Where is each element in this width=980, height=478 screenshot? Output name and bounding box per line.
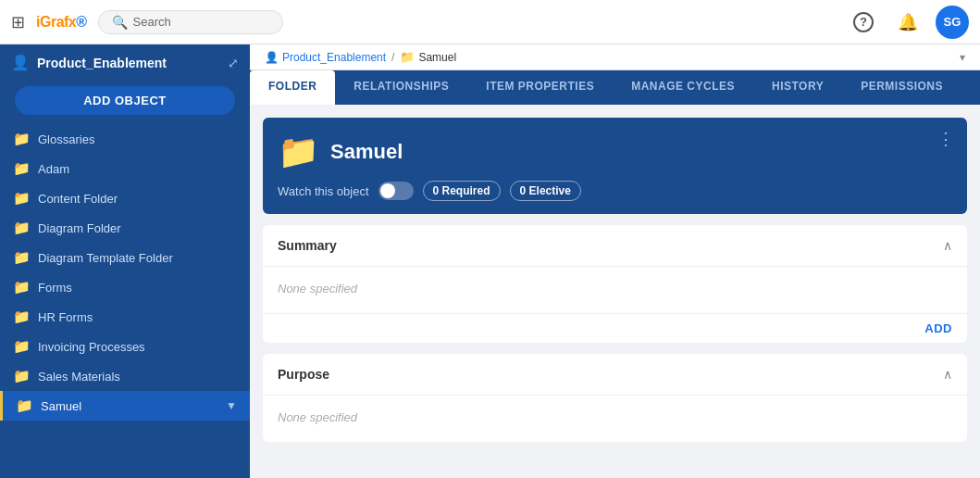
bell-icon: 🔔 xyxy=(898,12,918,32)
sidebar-item-label: Glossaries xyxy=(38,132,94,146)
folder-icon: 📁 xyxy=(13,190,31,207)
sidebar-item-forms[interactable]: 📁 Forms xyxy=(0,272,250,302)
workspace-icon: 👤 xyxy=(11,54,30,71)
sidebar-item-hr-forms[interactable]: 📁 HR Forms xyxy=(0,302,250,332)
sidebar: 👤 Product_Enablement ⤢ ADD OBJECT 📁 Glos… xyxy=(0,44,250,478)
summary-section-header: Summary ∧ xyxy=(263,225,967,267)
sidebar-header: 👤 Product_Enablement ⤢ xyxy=(0,44,250,81)
search-bar[interactable]: 🔍 Search xyxy=(98,10,283,34)
summary-title: Summary xyxy=(278,238,337,253)
search-placeholder: Search xyxy=(133,15,171,29)
folder-icon: 📁 xyxy=(13,220,31,236)
sidebar-item-diagram-folder[interactable]: 📁 Diagram Folder xyxy=(0,213,250,243)
purpose-section-header: Purpose ∧ xyxy=(263,354,967,396)
grid-icon[interactable]: ⊞ xyxy=(11,12,25,32)
folder-icon: 📁 xyxy=(13,368,31,384)
app-logo: iGrafx® xyxy=(36,14,87,31)
summary-collapse-icon[interactable]: ∧ xyxy=(943,238,952,253)
purpose-section: Purpose ∧ None specified xyxy=(263,354,967,442)
search-icon: 🔍 xyxy=(112,15,128,30)
summary-section: Summary ∧ None specified ADD xyxy=(263,225,967,343)
tab-permissions[interactable]: PERMISSIONS xyxy=(842,70,961,105)
sidebar-item-samuel[interactable]: 📁 Samuel ▼ xyxy=(0,391,250,421)
sidebar-items-list: 📁 Glossaries 📁 Adam 📁 Content Folder 📁 D… xyxy=(0,124,250,478)
folder-icon: 📁 xyxy=(13,131,31,147)
breadcrumb-expand-icon[interactable]: ▾ xyxy=(960,51,965,64)
object-header-top: 📁 Samuel xyxy=(278,132,952,171)
sidebar-item-label: Forms xyxy=(38,281,72,295)
summary-none-specified: None specified xyxy=(278,282,357,296)
breadcrumb-workspace[interactable]: 👤 Product_Enablement xyxy=(265,51,386,64)
main-layout: 👤 Product_Enablement ⤢ ADD OBJECT 📁 Glos… xyxy=(0,44,980,478)
workspace-icon-small: 👤 xyxy=(265,51,279,64)
summary-add-link[interactable]: ADD xyxy=(924,321,952,335)
tab-relationships[interactable]: RELATIONSHIPS xyxy=(335,70,467,105)
sidebar-item-diagram-template-folder[interactable]: 📁 Diagram Template Folder xyxy=(0,243,250,272)
folder-icon: 📁 xyxy=(13,338,31,355)
folder-icon: 📁 xyxy=(13,160,31,177)
tab-bar: FOLDER RELATIONSHIPS ITEM PROPERTIES MAN… xyxy=(250,70,980,105)
tab-item-properties[interactable]: ITEM PROPERTIES xyxy=(467,70,613,105)
elective-badge[interactable]: 0 Elective xyxy=(510,181,581,201)
sidebar-item-content-folder[interactable]: 📁 Content Folder xyxy=(0,183,250,213)
sidebar-item-label: HR Forms xyxy=(38,310,93,324)
object-header-bottom: Watch this object 0 Required 0 Elective xyxy=(278,181,952,201)
watch-toggle[interactable] xyxy=(378,182,414,200)
breadcrumb-current: 📁 Samuel xyxy=(400,50,456,64)
breadcrumb-separator: / xyxy=(391,51,394,64)
user-avatar[interactable]: SG xyxy=(936,6,969,39)
purpose-none-specified: None specified xyxy=(278,410,357,424)
help-button[interactable]: ? xyxy=(847,6,880,39)
folder-icon-breadcrumb: 📁 xyxy=(400,50,415,64)
content-body: ⋮ 📁 Samuel Watch this object 0 Required … xyxy=(250,105,980,478)
summary-body: None specified xyxy=(263,267,967,313)
sidebar-item-label: Adam xyxy=(38,162,69,176)
purpose-collapse-icon[interactable]: ∧ xyxy=(943,367,952,382)
sidebar-item-label: Invoicing Processes xyxy=(38,340,145,354)
watch-label: Watch this object xyxy=(278,184,369,198)
sidebar-item-label: Content Folder xyxy=(38,192,118,206)
sidebar-expand-icon[interactable]: ⤢ xyxy=(228,56,239,70)
content-area: 👤 Product_Enablement / 📁 Samuel ▾ FOLDER… xyxy=(250,44,980,478)
sidebar-title: Product_Enablement xyxy=(37,56,220,70)
more-options-icon[interactable]: ⋮ xyxy=(937,129,954,149)
folder-icon: 📁 xyxy=(13,249,31,266)
object-folder-icon: 📁 xyxy=(278,132,319,171)
required-badge[interactable]: 0 Required xyxy=(423,181,501,201)
sidebar-item-invoicing-processes[interactable]: 📁 Invoicing Processes xyxy=(0,332,250,361)
folder-icon: 📁 xyxy=(13,308,31,325)
add-object-button[interactable]: ADD OBJECT xyxy=(15,86,235,115)
chevron-down-icon: ▼ xyxy=(226,399,237,412)
object-title: Samuel xyxy=(330,140,403,164)
folder-icon: 📁 xyxy=(13,279,31,296)
sidebar-item-adam[interactable]: 📁 Adam xyxy=(0,154,250,183)
tab-manage-cycles[interactable]: MANAGE CYCLES xyxy=(613,70,753,105)
purpose-title: Purpose xyxy=(278,367,329,382)
tab-folder[interactable]: FOLDER xyxy=(250,70,335,105)
purpose-body: None specified xyxy=(263,396,967,442)
sidebar-item-label: Samuel xyxy=(41,399,81,413)
sidebar-item-label: Diagram Template Folder xyxy=(38,251,173,265)
breadcrumb: 👤 Product_Enablement / 📁 Samuel ▾ xyxy=(250,44,980,70)
sidebar-item-label: Sales Materials xyxy=(38,370,120,384)
folder-icon: 📁 xyxy=(16,397,33,414)
help-icon: ? xyxy=(853,12,874,32)
top-nav: ⊞ iGrafx® 🔍 Search ? 🔔 SG xyxy=(0,0,980,44)
summary-footer: ADD xyxy=(263,313,967,343)
tab-history[interactable]: HISTORY xyxy=(753,70,842,105)
sidebar-item-sales-materials[interactable]: 📁 Sales Materials xyxy=(0,361,250,391)
sidebar-item-label: Diagram Folder xyxy=(38,221,121,235)
toggle-knob xyxy=(380,183,395,198)
notifications-button[interactable]: 🔔 xyxy=(891,6,924,39)
object-header-card: ⋮ 📁 Samuel Watch this object 0 Required … xyxy=(263,118,967,214)
sidebar-item-glossaries[interactable]: 📁 Glossaries xyxy=(0,124,250,154)
